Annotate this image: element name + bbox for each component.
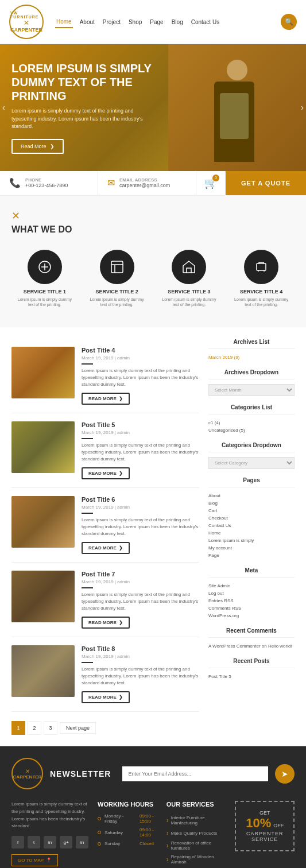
post-card-6: Post Title 6 March 19, 2019 | admin Lore… (11, 488, 199, 563)
page-link-lorem[interactable]: Lorem ipsum is simply (208, 537, 295, 544)
footer-services-list: Interior Furniture Manfacturing Make Qua… (166, 813, 226, 866)
post-title-4: Post Title 4 (82, 347, 199, 354)
cart-wrap[interactable]: 🛒 0 (196, 171, 225, 195)
social-linkedin[interactable]: in (44, 836, 56, 848)
email-contact: ✉ EMAIL ADDRESS carpenter@gmail.com (98, 171, 196, 195)
logo-vw: VW FURNITURE (10, 11, 42, 19)
discount-box: GET 10% OFF CARPENTER SERVICE (235, 801, 295, 851)
logo-icon: ✕ (24, 19, 29, 27)
go-to-map-label: GO TO MAP (18, 858, 44, 863)
archives-dropdown-section: Archives Dropdown Select Month (208, 369, 295, 396)
nav-contact[interactable]: Contact Us (190, 17, 220, 28)
nav-blog[interactable]: Blog (171, 17, 184, 28)
post-excerpt-7: Lorem ipsum is simply dummy text of the … (82, 591, 199, 612)
service-item-3: SERVICE TITLE 3 Lorem ipsum is simply du… (156, 244, 223, 314)
email-icon: ✉ (107, 177, 115, 188)
social-google-plus[interactable]: g+ (60, 836, 72, 848)
next-page-button[interactable]: Next page (60, 722, 96, 734)
page-link-cart[interactable]: Cart (208, 507, 295, 514)
nav-about[interactable]: About (79, 17, 96, 28)
discount-off-label: OFF (273, 823, 284, 828)
social-twitter[interactable]: t (28, 836, 40, 848)
post-divider-5 (82, 438, 93, 439)
read-more-label-6: READ MORE (88, 545, 117, 551)
meta-site-admin[interactable]: Site Admin (208, 582, 295, 590)
footer-columns: Lorem ipsum is simply dummy text of the … (11, 801, 295, 866)
meta-section: Meta Site Admin Log out Entries RSS Comm… (208, 567, 295, 619)
service-icon-2 (100, 250, 134, 284)
categories-dropdown-section: Categories Dropdown Select Category (208, 442, 295, 469)
recent-post-item[interactable]: Post Title 5 (208, 673, 295, 680)
services-grid: SERVICE TITLE 1 Lorem ipsum is simply du… (11, 244, 295, 314)
post-excerpt-4: Lorem ipsum is simply dummy text of the … (82, 367, 199, 388)
svg-rect-1 (111, 261, 123, 273)
recent-posts-title: Recent Posts (208, 658, 295, 668)
footer-logo: ✕ CARPENTER (11, 758, 43, 789)
hero-title: LOREM IPSUM IS SIMPLY DUMMY TEXT OF THE … (11, 61, 157, 103)
hours-time-1: 09:00 - 15:00 (140, 813, 157, 824)
nav-project[interactable]: Project (102, 17, 122, 28)
page-btn-3[interactable]: 3 (44, 721, 57, 735)
page-link-blog[interactable]: Blog (208, 499, 295, 507)
category-item-2: Uncategorized (5) (208, 427, 295, 434)
hours-day-2: Saturday (104, 830, 136, 835)
service-item-2: SERVICE TITLE 2 Lorem ipsum is simply du… (84, 244, 150, 314)
newsletter-submit-button[interactable]: ➤ (275, 764, 295, 784)
nav-home[interactable]: Home (55, 16, 73, 28)
page-btn-2[interactable]: 2 (28, 721, 41, 735)
page-link-home[interactable]: Home (208, 529, 295, 537)
newsletter-input[interactable] (122, 766, 268, 781)
page-link-about[interactable]: About (208, 492, 295, 499)
read-more-button-4[interactable]: READ MORE ❯ (82, 393, 130, 405)
page-link-page[interactable]: Page (208, 552, 295, 559)
read-more-button-8[interactable]: READ MORE ❯ (82, 691, 130, 703)
nav-shop[interactable]: Shop (127, 17, 143, 28)
read-more-button-7[interactable]: READ MORE ❯ (82, 617, 130, 629)
social-linkedin-2[interactable]: in (76, 836, 88, 848)
hero-next-arrow[interactable]: › (301, 103, 304, 112)
archives-dropdown[interactable]: Select Month (208, 384, 295, 396)
footer-service-3[interactable]: Renovation of office furnitures (166, 839, 226, 852)
footer-service-4[interactable]: Repairing of Wooden Almirah (166, 852, 226, 866)
read-more-label-7: READ MORE (88, 620, 117, 625)
hours-sunday: Sunday Closed (98, 841, 157, 846)
worker-figure (200, 53, 274, 162)
hours-dot-3 (98, 842, 101, 846)
go-to-map-button[interactable]: GO TO MAP 📍 (11, 854, 58, 866)
hero-image (168, 44, 306, 171)
read-more-arrow-7: ❯ (119, 620, 123, 625)
footer-service-1[interactable]: Interior Furniture Manfacturing (166, 813, 226, 827)
read-more-button-5[interactable]: READ MORE ❯ (82, 467, 130, 479)
search-button[interactable]: 🔍 (281, 14, 297, 30)
post-title-5: Post Title 5 (82, 421, 199, 428)
social-facebook[interactable]: f (11, 836, 24, 848)
quote-button[interactable]: GET A QUOTE (226, 171, 306, 195)
meta-comments-rss[interactable]: Comments RSS (208, 604, 295, 612)
page-btn-1[interactable]: 1 (11, 721, 25, 735)
meta-log-out[interactable]: Log out (208, 590, 295, 597)
meta-entries-rss[interactable]: Entries RSS (208, 597, 295, 604)
hero-cta-button[interactable]: Read More ❯ (11, 139, 64, 154)
footer-logo-text: CARPENTER (13, 774, 42, 780)
our-services-title: OUR SERVICES (166, 801, 226, 808)
meta-wordpress[interactable]: WordPress.org (208, 612, 295, 619)
nav-page[interactable]: Page (149, 17, 164, 28)
logo[interactable]: VW FURNITURE ✕ CARPENTER (9, 5, 44, 39)
read-more-button-6[interactable]: READ MORE ❯ (82, 542, 130, 554)
hours-weekday: Monday - Friday 09:00 - 15:00 (98, 813, 157, 824)
map-pin-icon: 📍 (46, 858, 52, 863)
categories-dropdown[interactable]: Select Category (208, 457, 295, 469)
social-icons: f t in g+ in (11, 836, 88, 848)
main-nav: Home About Project Shop Page Blog Contac… (55, 16, 281, 28)
footer-col-about: Lorem ipsum is simply dummy text of the … (11, 801, 88, 866)
footer-service-2[interactable]: Make Quality Products (166, 827, 226, 839)
post-content-7: Post Title 7 March 19, 2019 | admin Lore… (82, 571, 199, 629)
categories-list-title: Categories List (208, 404, 295, 414)
page-link-checkout[interactable]: Checkout (208, 514, 295, 522)
phone-contact: 📞 PHONE +00-123-456-7890 (0, 171, 98, 195)
footer-about-text: Lorem ipsum is simply dummy text of the … (11, 801, 88, 830)
service-desc-3: Lorem ipsum is simply dummy text of the … (160, 297, 219, 308)
footer-logo-circle: ✕ CARPENTER (11, 758, 43, 789)
page-link-account[interactable]: My account (208, 544, 295, 552)
page-link-contact[interactable]: Contact Us (208, 522, 295, 529)
